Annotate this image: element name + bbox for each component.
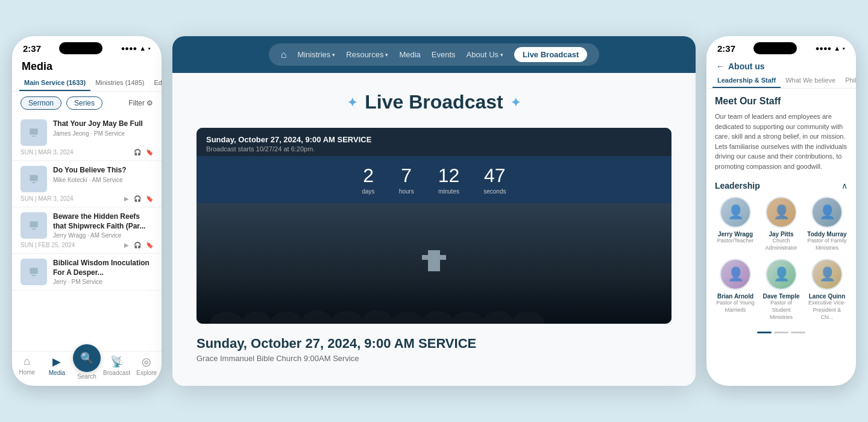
hours-label: hours [399,188,414,195]
right-phone-status-bar: 2:37 ●●●● ▲ ▪ [706,36,856,57]
video-title: Sunday, October 27, 2024, 9:00 AM SERVIC… [206,135,662,144]
seconds-value: 47 [483,165,506,187]
nav-ministries[interactable]: Ministries ▾ [297,50,335,59]
avatar-image: 👤 [813,198,841,227]
nav-search[interactable]: 🔍 Search [72,355,102,380]
leadership-chevron-icon[interactable]: ∧ [841,181,848,191]
person-silhouette: 👤 [773,266,790,282]
staff-avatar-jerry: 👤 [720,197,751,228]
person-silhouette: 👤 [728,266,744,282]
nav-search-label: Search [77,373,96,380]
search-icon: 🔍 [80,351,93,365]
nav-about[interactable]: About Us ▾ [467,50,503,59]
nav-home-icon[interactable]: ⌂ [281,49,287,60]
svg-rect-6 [30,268,37,274]
headphone-icon[interactable]: 🎧 [134,149,141,156]
tab-what-we-believe[interactable]: What We believe [781,74,840,88]
leadership-header: Leadership ∧ [715,181,848,191]
about-content: Meet Our Staff Our team of leaders and e… [706,89,856,386]
nav-broadcast[interactable]: 📡 Broadcast [102,355,132,380]
sermon-thumbnail [20,259,47,285]
browser-main-content: ✦ Live Broadcast ✦ Sunday, October 27, 2… [172,73,696,386]
series-filter-btn[interactable]: Series [66,96,102,110]
service-info: Sunday, October 27, 2024, 9:00 AM SERVIC… [197,336,671,363]
nav-home[interactable]: ⌂ Home [12,355,42,380]
staff-card-toddy[interactable]: 👤 Toddy Murray Pastor of Family Ministri… [807,197,848,251]
sermon-info: Beware the Hidden Reefs that Shipwreck F… [53,212,153,239]
countdown-days: 2 days [362,165,375,195]
countdown-bar: 2 days 7 hours 12 minutes 47 seconds [197,156,671,203]
video-scene[interactable] [197,203,671,324]
nav-explore[interactable]: ◎ Explore [131,355,162,380]
person-silhouette: 👤 [819,204,835,220]
resources-label: Resources [346,50,383,59]
staff-description: Our team of leaders and employees are de… [715,112,848,171]
seconds-label: seconds [483,188,506,195]
wifi-icon: ▲ [834,45,840,52]
right-phone-status-icons: ●●●● ▲ ▪ [816,45,845,52]
nav-media[interactable]: ▶ Media [42,355,72,380]
nav-media[interactable]: Media [399,50,420,59]
tab-philosophy[interactable]: Philosophy [840,74,856,88]
sermon-thumbnail [20,212,47,239]
avatar-image: 👤 [721,260,750,289]
staff-card-jay[interactable]: 👤 Jay Pitts Church Administrator [761,197,802,251]
bottom-nav: ⌂ Home ▶ Media 🔍 Search 📡 Broadcast ◎ Ex… [12,351,162,386]
right-phone: 2:37 ●●●● ▲ ▪ ← About us Leadership & St… [706,36,856,386]
left-phone-status-bar: 2:37 ●●●● ▲ ▪ [12,36,162,57]
sermon-title: That Your Joy May Be Full [53,119,153,129]
nav-events[interactable]: Events [432,50,456,59]
tab-education[interactable]: Education [149,75,162,91]
sermon-list: That Your Joy May Be Full James Jeong · … [12,115,162,351]
avatar-image: 👤 [767,198,796,227]
staff-role: Pastor of Young Marrieds [715,300,756,313]
nav-media-label: Media [49,370,65,376]
svg-rect-1 [32,136,36,137]
filter-options-btn[interactable]: Filter ⚙ [128,99,153,107]
staff-card-brian[interactable]: 👤 Brian Arnold Pastor of Young Marrieds [715,259,756,321]
sermon-date: SUN | MAR 3, 2024 [20,149,74,156]
filter-sliders-icon: ⚙ [146,99,153,107]
sermon-thumbnail [20,119,47,146]
tab-leadership-staff[interactable]: Leadership & Staff [712,74,781,88]
bookmark-icon[interactable]: 🔖 [146,195,153,202]
sparkle-left-icon: ✦ [347,95,357,110]
list-item[interactable]: Beware the Hidden Reefs that Shipwreck F… [12,207,162,254]
minutes-value: 12 [438,165,460,187]
sermon-info: Do You Believe This? Mike Kotecki · AM S… [53,166,153,183]
nav-live-broadcast[interactable]: Live Broadcast [514,47,587,62]
meet-staff-title: Meet Our Staff [715,96,848,107]
hours-value: 7 [399,165,414,187]
bookmark-icon[interactable]: 🔖 [146,242,153,248]
scroll-dot-2 [774,332,788,333]
sermon-filter-btn[interactable]: Sermon [20,96,61,110]
sparkle-right-icon: ✦ [511,95,521,110]
media-tabs: Main Service (1633) Ministries (1485) Ed… [12,75,162,92]
headphone-icon[interactable]: 🎧 [134,242,141,248]
broadcast-icon: 📡 [110,355,124,368]
media-label: Media [399,50,420,59]
countdown-hours: 7 hours [399,165,414,195]
staff-avatar-jay: 👤 [766,197,797,228]
nav-resources[interactable]: Resources ▾ [346,50,388,59]
headphone-icon[interactable]: 🎧 [134,195,141,202]
about-us-label: About us [728,61,765,71]
bookmark-icon[interactable]: 🔖 [146,149,153,156]
staff-card-jerry[interactable]: 👤 Jerry Wragg Pastor/Teacher [715,197,756,251]
staff-avatar-dave: 👤 [766,259,797,290]
list-item[interactable]: That Your Joy May Be Full James Jeong · … [12,115,162,161]
staff-card-dave[interactable]: 👤 Dave Temple Pastor of Student Ministri… [761,259,802,321]
play-icon[interactable]: ▶ [124,195,129,202]
tab-main-service[interactable]: Main Service (1633) [19,75,90,91]
svg-rect-5 [32,228,36,230]
sermon-actions: ▶ 🎧 🔖 [124,242,153,248]
person-silhouette: 👤 [728,204,744,220]
list-item[interactable]: Biblical Wisdom Inoculation For A Desper… [12,254,162,291]
about-us-back-btn[interactable]: ← About us [706,57,856,74]
play-icon[interactable]: ▶ [124,242,129,248]
list-item[interactable]: Do You Believe This? Mike Kotecki · AM S… [12,161,162,207]
staff-card-lance[interactable]: 👤 Lance Quinn Executive Vice-President &… [807,259,848,321]
days-label: days [362,188,375,195]
staff-avatar-toddy: 👤 [811,197,843,228]
tab-ministries[interactable]: Ministries (1485) [90,75,149,91]
